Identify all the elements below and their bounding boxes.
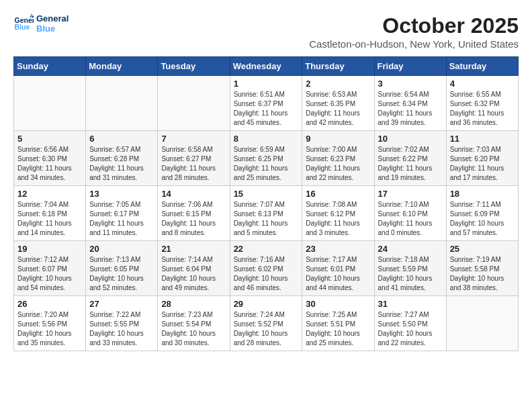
day-number: 31: [378, 299, 443, 309]
weekday-header-thursday: Thursday: [302, 57, 374, 76]
day-number: 22: [234, 244, 299, 254]
day-number: 1: [234, 79, 299, 89]
calendar-cell: [14, 76, 86, 131]
day-info: Sunrise: 7:17 AM Sunset: 6:01 PM Dayligh…: [306, 255, 370, 293]
day-info: Sunrise: 6:54 AM Sunset: 6:34 PM Dayligh…: [378, 90, 443, 128]
day-number: 20: [89, 244, 154, 254]
page-header: General Blue General Blue October 2025 C…: [13, 13, 519, 50]
day-number: 15: [234, 189, 299, 199]
calendar-cell: 25Sunrise: 7:19 AM Sunset: 5:58 PM Dayli…: [446, 241, 518, 296]
day-number: 13: [89, 189, 154, 199]
day-info: Sunrise: 7:23 AM Sunset: 5:54 PM Dayligh…: [161, 310, 226, 348]
day-info: Sunrise: 7:04 AM Sunset: 6:18 PM Dayligh…: [17, 200, 82, 238]
day-info: Sunrise: 7:02 AM Sunset: 6:22 PM Dayligh…: [378, 145, 443, 183]
calendar-cell: [446, 296, 518, 351]
location-title: Castleton-on-Hudson, New York, United St…: [309, 38, 519, 50]
calendar-week-1: 1Sunrise: 6:51 AM Sunset: 6:37 PM Daylig…: [14, 76, 519, 131]
svg-text:Blue: Blue: [15, 23, 30, 31]
weekday-header-row: SundayMondayTuesdayWednesdayThursdayFrid…: [14, 57, 519, 76]
day-info: Sunrise: 6:59 AM Sunset: 6:25 PM Dayligh…: [234, 145, 299, 183]
day-info: Sunrise: 7:10 AM Sunset: 6:10 PM Dayligh…: [378, 200, 443, 238]
day-info: Sunrise: 7:03 AM Sunset: 6:20 PM Dayligh…: [450, 145, 515, 183]
calendar-cell: [86, 76, 158, 131]
day-info: Sunrise: 7:22 AM Sunset: 5:55 PM Dayligh…: [89, 310, 154, 348]
day-number: 2: [306, 79, 370, 89]
day-number: 8: [234, 134, 299, 144]
day-info: Sunrise: 7:14 AM Sunset: 6:04 PM Dayligh…: [161, 255, 226, 293]
day-number: 5: [17, 134, 82, 144]
weekday-header-monday: Monday: [86, 57, 158, 76]
calendar-cell: 24Sunrise: 7:18 AM Sunset: 5:59 PM Dayli…: [374, 241, 446, 296]
day-info: Sunrise: 7:27 AM Sunset: 5:50 PM Dayligh…: [378, 310, 443, 348]
day-number: 24: [378, 244, 443, 254]
calendar-cell: 19Sunrise: 7:12 AM Sunset: 6:07 PM Dayli…: [14, 241, 86, 296]
weekday-header-sunday: Sunday: [14, 57, 86, 76]
calendar-cell: 8Sunrise: 6:59 AM Sunset: 6:25 PM Daylig…: [230, 131, 302, 186]
calendar-cell: 1Sunrise: 6:51 AM Sunset: 6:37 PM Daylig…: [230, 76, 302, 131]
day-number: 28: [161, 299, 226, 309]
day-number: 7: [161, 134, 226, 144]
calendar-cell: 4Sunrise: 6:55 AM Sunset: 6:32 PM Daylig…: [446, 76, 518, 131]
day-number: 4: [450, 79, 515, 89]
day-number: 12: [17, 189, 82, 199]
calendar-table: SundayMondayTuesdayWednesdayThursdayFrid…: [13, 56, 519, 351]
day-info: Sunrise: 7:11 AM Sunset: 6:09 PM Dayligh…: [450, 200, 515, 238]
calendar-cell: 27Sunrise: 7:22 AM Sunset: 5:55 PM Dayli…: [86, 296, 158, 351]
day-info: Sunrise: 6:51 AM Sunset: 6:37 PM Dayligh…: [234, 90, 299, 128]
day-number: 21: [161, 244, 226, 254]
calendar-cell: 23Sunrise: 7:17 AM Sunset: 6:01 PM Dayli…: [302, 241, 374, 296]
day-info: Sunrise: 6:58 AM Sunset: 6:27 PM Dayligh…: [161, 145, 226, 183]
day-info: Sunrise: 6:55 AM Sunset: 6:32 PM Dayligh…: [450, 90, 515, 128]
calendar-cell: 15Sunrise: 7:07 AM Sunset: 6:13 PM Dayli…: [230, 186, 302, 241]
day-number: 14: [161, 189, 226, 199]
calendar-cell: 21Sunrise: 7:14 AM Sunset: 6:04 PM Dayli…: [158, 241, 230, 296]
day-info: Sunrise: 7:25 AM Sunset: 5:51 PM Dayligh…: [306, 310, 370, 348]
logo-line1: General: [36, 13, 69, 24]
calendar-week-4: 19Sunrise: 7:12 AM Sunset: 6:07 PM Dayli…: [14, 241, 519, 296]
day-info: Sunrise: 6:56 AM Sunset: 6:30 PM Dayligh…: [17, 145, 82, 183]
day-number: 10: [378, 134, 443, 144]
logo-line2: Blue: [36, 24, 69, 34]
calendar-cell: 31Sunrise: 7:27 AM Sunset: 5:50 PM Dayli…: [374, 296, 446, 351]
calendar-cell: 5Sunrise: 6:56 AM Sunset: 6:30 PM Daylig…: [14, 131, 86, 186]
calendar-cell: 17Sunrise: 7:10 AM Sunset: 6:10 PM Dayli…: [374, 186, 446, 241]
calendar-cell: 7Sunrise: 6:58 AM Sunset: 6:27 PM Daylig…: [158, 131, 230, 186]
day-number: 23: [306, 244, 370, 254]
logo: General Blue General Blue: [13, 13, 69, 34]
weekday-header-saturday: Saturday: [446, 57, 518, 76]
weekday-header-tuesday: Tuesday: [158, 57, 230, 76]
calendar-week-2: 5Sunrise: 6:56 AM Sunset: 6:30 PM Daylig…: [14, 131, 519, 186]
calendar-week-3: 12Sunrise: 7:04 AM Sunset: 6:18 PM Dayli…: [14, 186, 519, 241]
day-info: Sunrise: 7:06 AM Sunset: 6:15 PM Dayligh…: [161, 200, 226, 238]
calendar-cell: 22Sunrise: 7:16 AM Sunset: 6:02 PM Dayli…: [230, 241, 302, 296]
calendar-cell: [158, 76, 230, 131]
month-title: October 2025: [309, 13, 519, 38]
day-info: Sunrise: 7:07 AM Sunset: 6:13 PM Dayligh…: [234, 200, 299, 238]
day-number: 17: [378, 189, 443, 199]
calendar-cell: 30Sunrise: 7:25 AM Sunset: 5:51 PM Dayli…: [302, 296, 374, 351]
calendar-cell: 2Sunrise: 6:53 AM Sunset: 6:35 PM Daylig…: [302, 76, 374, 131]
calendar-cell: 6Sunrise: 6:57 AM Sunset: 6:28 PM Daylig…: [86, 131, 158, 186]
calendar-cell: 12Sunrise: 7:04 AM Sunset: 6:18 PM Dayli…: [14, 186, 86, 241]
calendar-cell: 18Sunrise: 7:11 AM Sunset: 6:09 PM Dayli…: [446, 186, 518, 241]
calendar-cell: 11Sunrise: 7:03 AM Sunset: 6:20 PM Dayli…: [446, 131, 518, 186]
day-info: Sunrise: 7:20 AM Sunset: 5:56 PM Dayligh…: [17, 310, 82, 348]
day-number: 11: [450, 134, 515, 144]
calendar-cell: 13Sunrise: 7:05 AM Sunset: 6:17 PM Dayli…: [86, 186, 158, 241]
calendar-week-5: 26Sunrise: 7:20 AM Sunset: 5:56 PM Dayli…: [14, 296, 519, 351]
title-area: October 2025 Castleton-on-Hudson, New Yo…: [309, 13, 519, 50]
day-number: 27: [89, 299, 154, 309]
logo-icon: General Blue: [13, 13, 34, 34]
day-info: Sunrise: 6:57 AM Sunset: 6:28 PM Dayligh…: [89, 145, 154, 183]
calendar-cell: 16Sunrise: 7:08 AM Sunset: 6:12 PM Dayli…: [302, 186, 374, 241]
day-info: Sunrise: 7:13 AM Sunset: 6:05 PM Dayligh…: [89, 255, 154, 293]
calendar-cell: 10Sunrise: 7:02 AM Sunset: 6:22 PM Dayli…: [374, 131, 446, 186]
day-info: Sunrise: 7:16 AM Sunset: 6:02 PM Dayligh…: [234, 255, 299, 293]
day-number: 26: [17, 299, 82, 309]
day-info: Sunrise: 7:12 AM Sunset: 6:07 PM Dayligh…: [17, 255, 82, 293]
day-number: 3: [378, 79, 443, 89]
calendar-cell: 3Sunrise: 6:54 AM Sunset: 6:34 PM Daylig…: [374, 76, 446, 131]
day-number: 30: [306, 299, 370, 309]
calendar-cell: 14Sunrise: 7:06 AM Sunset: 6:15 PM Dayli…: [158, 186, 230, 241]
day-info: Sunrise: 7:19 AM Sunset: 5:58 PM Dayligh…: [450, 255, 515, 293]
